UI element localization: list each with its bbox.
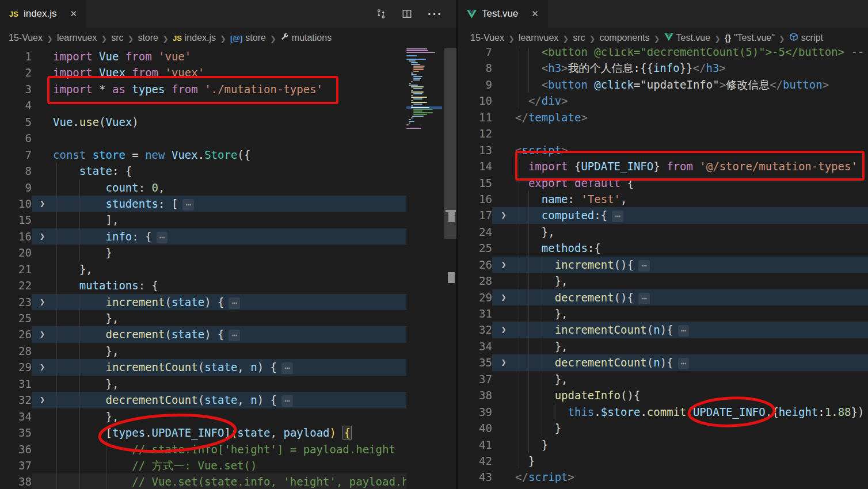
close-tab-icon[interactable]: ✕ xyxy=(531,9,539,19)
code-line-25[interactable]: 25 methods:{ xyxy=(458,240,868,256)
code-line-17[interactable]: 17❯ computed:{⋯ xyxy=(458,207,868,223)
code-line-38[interactable]: 38 // Vue.set(state.info, 'height', payl… xyxy=(0,473,456,489)
code-line-8[interactable]: 8 state: { xyxy=(0,163,456,179)
code-line-26[interactable]: 26❯ decrement(state) {⋯ xyxy=(0,326,456,342)
code-line-37[interactable]: 37 // 方式一: Vue.set() xyxy=(0,457,456,473)
code-line-39[interactable]: 39 this.$store.commit(UPDATE_INFO,{heigh… xyxy=(458,404,868,420)
code-line-31[interactable]: 31 }, xyxy=(0,376,456,392)
breadcrumb-item-store[interactable]: store xyxy=(138,33,158,43)
code-line-16[interactable]: 16 name: 'Test', xyxy=(458,191,868,207)
close-tab-icon[interactable]: ✕ xyxy=(70,9,78,19)
code-line-24[interactable]: 24 }, xyxy=(458,224,868,240)
code-line-41[interactable]: 41 } xyxy=(458,437,868,453)
code-line-26[interactable]: 26❯ increment(){⋯ xyxy=(458,257,868,273)
breadcrumb-item-15-vuex[interactable]: 15-Vuex xyxy=(9,33,43,43)
fold-chevron-icon[interactable]: ❯ xyxy=(492,257,515,273)
code-line-6[interactable]: 6 xyxy=(0,130,456,146)
code-line-10[interactable]: 10 </div> xyxy=(458,93,868,109)
folded-code-ellipsis[interactable]: ⋯ xyxy=(229,330,240,341)
folded-code-ellipsis[interactable]: ⋯ xyxy=(281,395,293,407)
code-line-12[interactable]: 12 xyxy=(458,125,868,142)
code-line-34[interactable]: 34 }, xyxy=(458,338,868,354)
code-line-5[interactable]: 5Vue.use(Vuex) xyxy=(0,114,456,130)
code-line-21[interactable]: 21 }, xyxy=(0,261,456,277)
code-line-16[interactable]: 16❯ info: {⋯ xyxy=(0,228,456,244)
split-editor-icon[interactable] xyxy=(402,9,412,19)
code-line-14[interactable]: 14 import {UPDATE_INFO} from '@/store/mu… xyxy=(458,158,868,174)
code-line-34[interactable]: 34 }, xyxy=(0,408,456,425)
folded-code-ellipsis[interactable]: ⋯ xyxy=(638,293,650,304)
folded-code-ellipsis[interactable]: ⋯ xyxy=(229,297,240,309)
breadcrumb-item-src[interactable]: src xyxy=(111,33,123,43)
code-editor-test-vue[interactable]: 7 <button @click="decrementCount(5)">-5<… xyxy=(458,44,868,489)
folded-code-ellipsis[interactable]: ⋯ xyxy=(281,362,293,374)
code-editor-index-js[interactable]: 1import Vue from 'vue'2import Vuex from … xyxy=(0,48,456,489)
code-line-25[interactable]: 25 }, xyxy=(0,310,456,326)
fold-chevron-icon[interactable]: ❯ xyxy=(32,228,53,244)
minimap[interactable] xyxy=(406,48,444,489)
breadcrumb-item-learnvuex[interactable]: learnvuex xyxy=(57,33,97,43)
code-line-4[interactable]: 4 xyxy=(0,97,456,113)
tab-index-js[interactable]: JS index.js ✕ xyxy=(0,0,86,28)
code-line-29[interactable]: 29❯ incrementCount(state, n) {⋯ xyxy=(0,359,456,375)
code-line-36[interactable]: 36 // state.info['height'] = payload.hei… xyxy=(0,441,456,457)
folded-code-ellipsis[interactable]: ⋯ xyxy=(678,325,690,337)
breadcrumb-item-15-vuex[interactable]: 15-Vuex xyxy=(470,33,504,43)
fold-chevron-icon[interactable]: ❯ xyxy=(492,354,515,370)
pane-divider[interactable] xyxy=(456,0,458,489)
fold-chevron-icon[interactable]: ❯ xyxy=(32,196,53,212)
code-line-37[interactable]: 37 }, xyxy=(458,371,868,387)
code-line-35[interactable]: 35 [types.UPDATE_INFO](state, payload) { xyxy=(0,425,456,441)
fold-chevron-icon[interactable]: ❯ xyxy=(32,359,53,375)
code-line-32[interactable]: 32❯ incrementCount(n){⋯ xyxy=(458,322,868,338)
folded-code-ellipsis[interactable]: ⋯ xyxy=(612,211,623,222)
code-line-1[interactable]: 1import Vue from 'vue' xyxy=(0,48,456,64)
code-line-43[interactable]: 43</script> xyxy=(458,469,868,485)
open-changes-icon[interactable] xyxy=(376,9,386,19)
fold-chevron-icon[interactable]: ❯ xyxy=(492,289,515,305)
breadcrumb-item-learnvuex[interactable]: learnvuex xyxy=(519,33,558,43)
folded-code-ellipsis[interactable]: ⋯ xyxy=(678,358,690,369)
code-line-9[interactable]: 9 <button @click="updateInfo">修改信息</butt… xyxy=(458,77,868,93)
code-line-3[interactable]: 3import * as types from './mutation-type… xyxy=(0,81,456,97)
code-line-2[interactable]: 2import Vuex from 'vuex' xyxy=(0,64,456,81)
code-line-13[interactable]: 13<script> xyxy=(458,142,868,158)
fold-chevron-icon[interactable]: ❯ xyxy=(492,322,515,338)
folded-code-ellipsis[interactable]: ⋯ xyxy=(157,232,168,243)
code-line-31[interactable]: 31 }, xyxy=(458,305,868,322)
code-line-15[interactable]: 15 export default { xyxy=(458,175,868,191)
code-line-9[interactable]: 9 count: 0, xyxy=(0,179,456,196)
code-line-11[interactable]: 11</template> xyxy=(458,109,868,125)
code-line-35[interactable]: 35❯ decrementCount(n){⋯ xyxy=(458,354,868,370)
fold-chevron-icon[interactable]: ❯ xyxy=(492,207,515,223)
code-line-8[interactable]: 8 <h3>我的个人信息:{{info}}</h3> xyxy=(458,60,868,76)
breadcrumb-item-store[interactable]: [@]store xyxy=(230,33,266,43)
breadcrumb-item--test-vue-[interactable]: {}"Test.vue" xyxy=(725,33,775,43)
breadcrumb-item-test-vue[interactable]: Test.vue xyxy=(664,33,711,43)
folded-code-ellipsis[interactable]: ⋯ xyxy=(638,260,650,272)
code-line-28[interactable]: 28 }, xyxy=(458,273,868,289)
code-line-42[interactable]: 42 } xyxy=(458,453,868,469)
fold-chevron-icon[interactable]: ❯ xyxy=(32,326,53,342)
code-line-15[interactable]: 15 ], xyxy=(0,212,456,228)
code-line-28[interactable]: 28 }, xyxy=(0,343,456,359)
fold-chevron-icon[interactable]: ❯ xyxy=(32,392,53,408)
code-line-10[interactable]: 10❯ students: [⋯ xyxy=(0,196,456,212)
tab-test-vue[interactable]: Test.vue ✕ xyxy=(458,0,548,28)
breadcrumb-item-script[interactable]: script xyxy=(789,32,823,44)
fold-chevron-icon[interactable]: ❯ xyxy=(32,294,53,310)
breadcrumb-item-mutations[interactable]: mutations xyxy=(280,33,332,44)
breadcrumb-item-components[interactable]: components xyxy=(599,33,649,43)
code-line-32[interactable]: 32❯ decrementCount(state, n) {⋯ xyxy=(0,392,456,408)
more-actions-icon[interactable]: ··· xyxy=(428,7,443,21)
folded-code-ellipsis[interactable]: ⋯ xyxy=(182,199,194,211)
code-line-20[interactable]: 20 } xyxy=(0,244,456,261)
code-line-29[interactable]: 29❯ decrement(){⋯ xyxy=(458,289,868,305)
code-line-23[interactable]: 23❯ increment(state) {⋯ xyxy=(0,294,456,310)
code-line-38[interactable]: 38 updateInfo(){ xyxy=(458,387,868,403)
code-line-40[interactable]: 40 } xyxy=(458,420,868,436)
breadcrumb-item-index-js[interactable]: JSindex.js xyxy=(173,33,216,43)
code-line-22[interactable]: 22 mutations: { xyxy=(0,277,456,293)
breadcrumb-item-src[interactable]: src xyxy=(573,33,585,43)
vertical-scrollbar[interactable] xyxy=(444,48,456,489)
